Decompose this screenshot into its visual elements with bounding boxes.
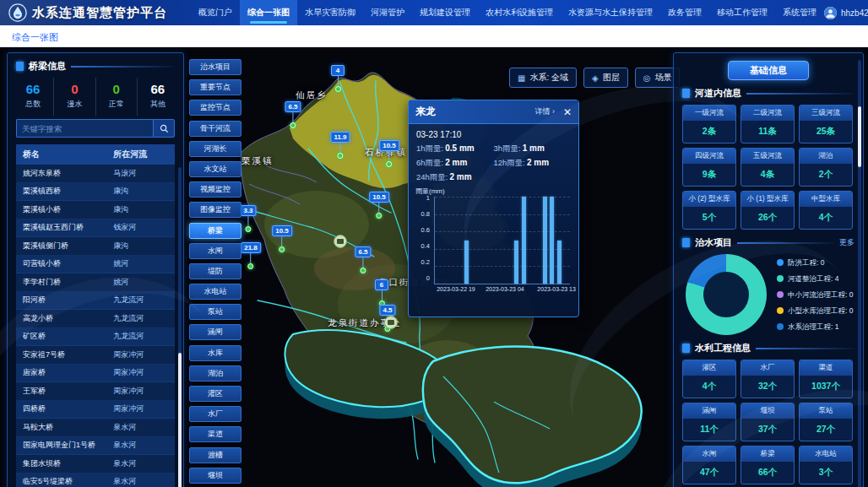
layer-menu-item[interactable]: 灌区 bbox=[189, 386, 241, 402]
stat-card[interactable]: 水厂 32个 bbox=[741, 360, 795, 398]
rain-station-marker[interactable]: 21.8 bbox=[241, 238, 261, 269]
legend-item: 河道整治工程: 4 bbox=[777, 271, 854, 287]
nav-tab[interactable]: 规划建设管理 bbox=[412, 0, 478, 25]
layer-menu-item[interactable]: 堰坝 bbox=[189, 468, 241, 484]
nav-tab[interactable]: 政务管理 bbox=[660, 0, 709, 25]
popup-detail-link[interactable]: 详情 › bbox=[534, 106, 555, 117]
stat-card[interactable]: 二级河流 11条 bbox=[741, 105, 795, 143]
stat-card[interactable]: 中型水库 4个 bbox=[799, 191, 853, 230]
nav-tab[interactable]: 水旱灾害防御 bbox=[297, 0, 363, 25]
table-row[interactable]: 司营镇小桥 姚河 bbox=[16, 256, 175, 274]
stat-card[interactable]: 桥梁 66个 bbox=[741, 446, 795, 484]
layer-menu-item[interactable]: 监控节点 bbox=[189, 100, 241, 116]
layer-menu-item[interactable]: 水文站 bbox=[189, 161, 241, 177]
rain-station-marker[interactable]: 3.3 bbox=[240, 201, 256, 232]
stat-card[interactable]: 涵闸 11个 bbox=[682, 403, 736, 441]
table-row[interactable]: 栗溪镇小桥 康沟 bbox=[16, 201, 175, 219]
table-row[interactable]: 栗溪镇赵玉西门桥 钱家河 bbox=[16, 219, 175, 238]
rain-value-tag: 3.3 bbox=[240, 205, 256, 216]
table-row[interactable]: 栗溪镇侧门桥 康沟 bbox=[16, 237, 175, 256]
stat-card[interactable]: 小 (1) 型水库 26个 bbox=[741, 191, 795, 230]
user-menu[interactable]: hhzb42080201 bbox=[824, 7, 868, 19]
stat-card[interactable]: 泵站 27个 bbox=[799, 403, 853, 441]
rain-station-marker[interactable]: 6.5 bbox=[285, 97, 301, 128]
layer-menu-item[interactable]: 水闸 bbox=[189, 243, 241, 259]
search-input[interactable] bbox=[16, 119, 153, 138]
stat-card[interactable]: 灌区 4个 bbox=[682, 360, 736, 398]
nav-tab[interactable]: 概览门户 bbox=[191, 0, 240, 25]
map-tool-button[interactable]: ◈ 图层 bbox=[583, 68, 628, 88]
layer-menu-item[interactable]: 水库 bbox=[189, 345, 241, 361]
bridge-info-panel: 桥梁信息 66 总数 0 漫水 0 正常 66 其他 bbox=[7, 52, 184, 487]
table-row[interactable]: 高龙小桥 九龙流河 bbox=[16, 310, 175, 328]
rain-station-marker[interactable]: 4 bbox=[331, 61, 344, 92]
rain-metric: 12h雨量:2 mm bbox=[494, 158, 572, 169]
rain-station-marker[interactable]: 6.5 bbox=[355, 242, 371, 273]
layer-menu-item[interactable]: 涵闸 bbox=[189, 324, 241, 340]
projects-more-link[interactable]: 更多 bbox=[839, 237, 854, 248]
nav-tab[interactable]: 水资源与水土保持管理 bbox=[561, 0, 660, 25]
stat-card[interactable]: 渠道 1037个 bbox=[799, 360, 853, 398]
table-row[interactable]: 临安5号堤梁桥 泉水河 bbox=[16, 473, 175, 487]
marker-dot bbox=[376, 213, 382, 219]
layer-menu-item[interactable]: 水厂 bbox=[189, 406, 241, 422]
camera-icon[interactable] bbox=[384, 316, 398, 329]
stat-card[interactable]: 一级河流 2条 bbox=[682, 105, 736, 143]
layer-menu-item[interactable]: 视频监控 bbox=[189, 181, 241, 198]
table-row[interactable]: 姚河东泉桥 马滚河 bbox=[16, 165, 175, 183]
nav-tab[interactable]: 移动工作管理 bbox=[709, 0, 775, 25]
stat-card[interactable]: 四级河流 9条 bbox=[682, 148, 736, 187]
stat-card[interactable]: 湖泊 2个 bbox=[799, 148, 853, 187]
layer-menu-item[interactable]: 骨干河流 bbox=[189, 121, 241, 137]
table-row[interactable]: 马鞍大桥 泉水河 bbox=[16, 419, 175, 437]
layer-menu-item[interactable]: 河湖长 bbox=[189, 141, 241, 157]
layer-menu-item[interactable]: 治水项目 bbox=[189, 59, 241, 75]
stat-card[interactable]: 五级河流 4条 bbox=[741, 148, 795, 187]
close-icon[interactable]: ✕ bbox=[563, 107, 572, 117]
layer-menu-item[interactable]: 堤防 bbox=[189, 263, 241, 279]
bridge-stats: 66 总数 0 漫水 0 正常 66 其他 bbox=[13, 78, 178, 116]
search-button[interactable] bbox=[153, 119, 175, 138]
stat-label: 其他 bbox=[138, 99, 178, 110]
panel-title: 桥梁信息 bbox=[29, 60, 66, 73]
stat-card[interactable]: 水电站 3个 bbox=[799, 446, 853, 484]
stat-card[interactable]: 三级河流 25条 bbox=[799, 105, 853, 143]
rain-station-marker[interactable]: 10.5 bbox=[272, 221, 292, 252]
map-tool-button[interactable]: ▦ 水系: 全域 bbox=[509, 68, 577, 88]
nav-tab[interactable]: 综合一张图 bbox=[240, 0, 297, 25]
table-row[interactable]: 四桥桥 周家冲河 bbox=[16, 401, 175, 419]
nav-tab[interactable]: 农村水利设施管理 bbox=[478, 0, 561, 25]
table-row[interactable]: 阳河桥 九龙流河 bbox=[16, 292, 175, 311]
table-row[interactable]: 矿区桥 九龙流河 bbox=[16, 328, 175, 347]
camera-icon[interactable] bbox=[334, 235, 347, 248]
table-row[interactable]: 安家祖7号桥 周家冲河 bbox=[16, 346, 175, 365]
table-row[interactable]: 唐家桥 周家冲河 bbox=[16, 365, 175, 383]
layer-menu-item[interactable]: 图像监控 bbox=[189, 202, 241, 218]
right-panel-scrollbar[interactable] bbox=[858, 60, 861, 487]
stat-card[interactable]: 堰坝 37个 bbox=[741, 403, 795, 441]
basic-info-button[interactable]: 基础信息 bbox=[728, 61, 809, 80]
layer-menu-item[interactable]: 泵站 bbox=[189, 304, 241, 320]
layer-menu-item[interactable]: 桥梁 bbox=[189, 223, 241, 239]
layer-menu-item[interactable]: 湖泊 bbox=[189, 365, 241, 381]
table-vertical-scrollbar[interactable] bbox=[178, 167, 182, 487]
layer-menu-item[interactable]: 渡槽 bbox=[189, 447, 241, 463]
nav-tab[interactable]: 系统管理 bbox=[775, 0, 824, 25]
table-row[interactable]: 李学村门桥 姚河 bbox=[16, 273, 175, 292]
top-navbar: 水系连通智慧管护平台 概览门户综合一张图水旱灾害防御河湖管护规划建设管理农村水利… bbox=[0, 0, 868, 25]
breadcrumb-current[interactable]: 综合一张图 bbox=[12, 32, 58, 42]
stat-value: 66 bbox=[138, 82, 178, 96]
rain-station-marker[interactable]: 11.9 bbox=[330, 127, 350, 159]
table-row[interactable]: 集团水坝桥 泉水河 bbox=[16, 455, 175, 473]
rain-station-marker[interactable]: 10.5 bbox=[369, 187, 389, 219]
table-row[interactable]: 国家电网理金门1号桥 泉水河 bbox=[16, 437, 175, 456]
rain-station-marker[interactable]: 10.5 bbox=[379, 136, 399, 167]
nav-tab[interactable]: 河湖管护 bbox=[363, 0, 412, 25]
layer-menu-item[interactable]: 渠道 bbox=[189, 426, 241, 442]
table-row[interactable]: 王军桥 周家冲河 bbox=[16, 382, 175, 401]
table-row[interactable]: 栗溪镇西桥 康沟 bbox=[16, 183, 175, 202]
layer-menu-item[interactable]: 水电站 bbox=[189, 284, 241, 300]
stat-card[interactable]: 水闸 47个 bbox=[682, 446, 736, 484]
layer-menu-item[interactable]: 重要节点 bbox=[189, 79, 241, 95]
stat-card[interactable]: 小 (2) 型水库 5个 bbox=[682, 191, 736, 230]
